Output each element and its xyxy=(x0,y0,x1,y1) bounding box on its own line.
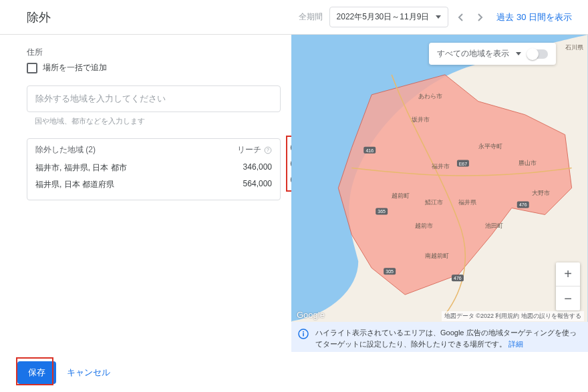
svg-text:永平寺町: 永平寺町 xyxy=(478,143,502,150)
date-range-picker[interactable]: 2022年5月30日～11月9日 xyxy=(329,7,449,27)
svg-text:あわら市: あわら市 xyxy=(418,93,442,100)
search-hint: 国や地域、都市などを入力します xyxy=(35,116,291,126)
table-row: 福井市, 福井県, 日本 都市 346,000 xyxy=(35,160,272,176)
chevron-right-icon xyxy=(478,13,483,21)
map[interactable]: 福井県 石川県 あわら市 坂井市 永平寺町 勝山市 福井市 越前町 鯖江市 大野… xyxy=(291,35,588,355)
prev-period-button[interactable] xyxy=(452,9,468,25)
zoom-in-button[interactable]: + xyxy=(556,262,580,286)
svg-text:越前町: 越前町 xyxy=(392,192,410,199)
location-reach: 346,000 xyxy=(243,162,272,174)
zoom-control: + − xyxy=(556,262,580,311)
svg-text:鯖江市: 鯖江市 xyxy=(425,199,443,206)
region-label: 福井県 xyxy=(458,199,476,206)
svg-text:南越前町: 南越前町 xyxy=(425,252,449,259)
location-name: 福井県, 日本 都道府県 xyxy=(35,179,114,190)
svg-text:福井市: 福井市 xyxy=(432,163,450,170)
help-icon[interactable]: ? xyxy=(264,146,272,154)
exclude-location-input[interactable]: 除外する地域を入力してください xyxy=(27,85,281,112)
next-period-button[interactable] xyxy=(472,9,488,25)
map-layer-dropdown[interactable]: すべての地域を表示 xyxy=(429,43,556,65)
page-title: 除外 xyxy=(27,9,51,25)
svg-rect-30 xyxy=(303,331,304,333)
svg-text:池田町: 池田町 xyxy=(485,222,503,229)
svg-rect-29 xyxy=(303,333,304,337)
chevron-down-icon xyxy=(516,52,521,55)
svg-text:E67: E67 xyxy=(459,162,468,166)
bulk-add-label: 場所を一括で追加 xyxy=(43,62,107,73)
svg-text:416: 416 xyxy=(365,148,374,153)
location-reach: 564,000 xyxy=(243,179,272,190)
svg-text:越前市: 越前市 xyxy=(415,222,433,229)
svg-text:305: 305 xyxy=(386,269,394,274)
info-icon xyxy=(298,329,309,339)
cancel-button[interactable]: キャンセル xyxy=(67,367,110,379)
map-panel: 福井県 石川県 あわら市 坂井市 永平寺町 勝山市 福井市 越前町 鯖江市 大野… xyxy=(291,35,588,355)
info-banner: ハイライト表示されているエリアは、Google 広告の地域ターゲティングを使って… xyxy=(291,322,588,355)
info-text: ハイライト表示されているエリアは、Google 広告の地域ターゲティングを使って… xyxy=(315,329,577,348)
reach-label: リーチ xyxy=(237,144,261,156)
excluded-locations-list: 除外した地域 (2) リーチ ? 福井市, 福井県, 日本 都市 346,000… xyxy=(27,138,281,200)
search-placeholder: 除外する地域を入力してください xyxy=(35,93,166,104)
bulk-add-checkbox[interactable] xyxy=(27,63,37,73)
excluded-header: 除外した地域 (2) xyxy=(35,144,96,156)
svg-text:坂井市: 坂井市 xyxy=(411,116,430,123)
svg-text:365: 365 xyxy=(378,209,386,214)
google-logo: Google xyxy=(297,310,325,320)
svg-text:476: 476 xyxy=(519,202,527,207)
map-layer-toggle[interactable] xyxy=(528,49,548,59)
header: 除外 全期間 2022年5月30日～11月9日 過去 30 日間を表示 xyxy=(0,0,588,35)
show-last-days-link[interactable]: 過去 30 日間を表示 xyxy=(496,11,572,23)
map-layer-label: すべての地域を表示 xyxy=(437,48,509,59)
map-attribution: 地図データ ©2022 利用規約 地図の誤りを報告する xyxy=(442,311,584,321)
date-range-text: 2022年5月30日～11月9日 xyxy=(337,11,430,23)
period-label: 全期間 xyxy=(299,11,323,23)
side-region-label: 石川県 xyxy=(565,44,583,51)
svg-text:?: ? xyxy=(267,148,269,152)
left-panel: 住所 場所を一括で追加 除外する地域を入力してください 国や地域、都市などを入力… xyxy=(0,35,291,355)
map-svg: 福井県 石川県 あわら市 坂井市 永平寺町 勝山市 福井市 越前町 鯖江市 大野… xyxy=(291,35,588,355)
svg-text:476: 476 xyxy=(454,276,462,280)
svg-text:勝山市: 勝山市 xyxy=(519,160,537,166)
chevron-left-icon xyxy=(458,13,463,21)
table-row: 福井県, 日本 都道府県 564,000 xyxy=(35,176,272,193)
svg-text:大野市: 大野市 xyxy=(532,190,550,196)
section-label-address: 住所 xyxy=(27,47,291,58)
save-button[interactable]: 保存 xyxy=(17,361,56,384)
chevron-down-icon xyxy=(436,15,441,19)
zoom-out-button[interactable]: − xyxy=(556,286,580,311)
location-name: 福井市, 福井県, 日本 都市 xyxy=(35,162,127,174)
info-detail-link[interactable]: 詳細 xyxy=(508,340,523,348)
footer: 保存 キャンセル xyxy=(0,352,588,392)
